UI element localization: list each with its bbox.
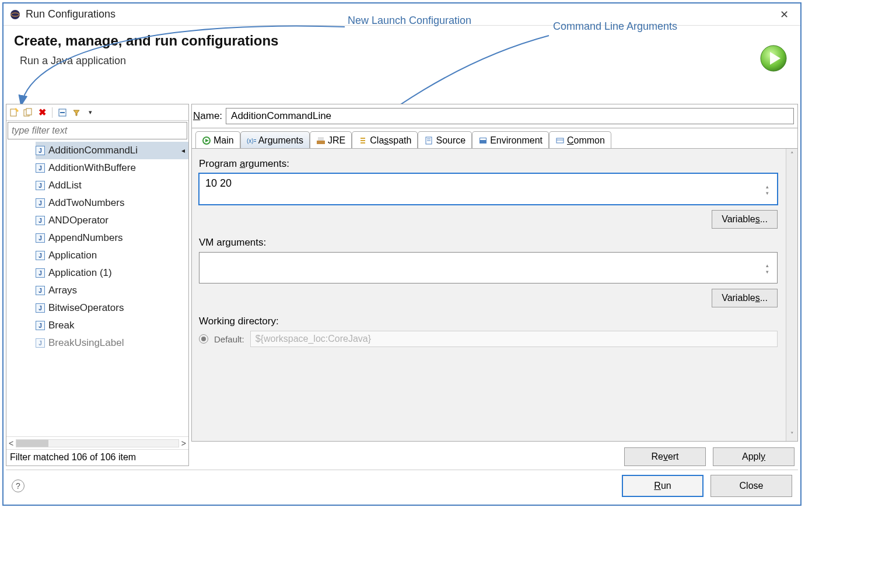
- java-config-icon: J: [36, 286, 45, 295]
- java-config-icon: J: [36, 338, 45, 348]
- apply-button[interactable]: Apply: [713, 447, 794, 466]
- spinner-down-icon[interactable]: ▾: [766, 270, 775, 275]
- spinner-up-icon[interactable]: ▴: [766, 263, 775, 268]
- window-title: Run Configurations: [26, 8, 774, 20]
- java-config-icon: J: [36, 303, 45, 313]
- svg-rect-19: [480, 138, 486, 140]
- tab-strip: Main (x)=Arguments JRE Classpath Source …: [192, 128, 797, 148]
- java-config-icon: J: [36, 233, 45, 243]
- tree-item-label: AdditionCommandLi: [48, 145, 138, 156]
- scrollbar-track[interactable]: [16, 439, 179, 447]
- source-tab-icon: [424, 136, 433, 145]
- vertical-scrollbar[interactable]: ˄ ˅: [786, 149, 797, 441]
- textarea-spinner[interactable]: ▴▾: [766, 263, 775, 275]
- vm-args-input[interactable]: [199, 252, 778, 284]
- default-working-dir-value: ${workspace_loc:CoreJava}: [250, 331, 778, 347]
- toolbar-menu-button[interactable]: ▾: [85, 107, 96, 118]
- default-radio[interactable]: [199, 334, 208, 344]
- tree-item[interactable]: JAddList: [36, 177, 188, 194]
- tab-arguments[interactable]: (x)=Arguments: [240, 131, 310, 149]
- scroll-up-icon[interactable]: ˄: [790, 149, 794, 161]
- textarea-spinner[interactable]: ▴▾: [766, 184, 775, 196]
- svg-point-0: [10, 10, 20, 19]
- svg-rect-5: [10, 109, 16, 116]
- svg-rect-20: [556, 138, 564, 143]
- filter-button[interactable]: [71, 107, 82, 118]
- tree-item-label: AddList: [48, 180, 82, 191]
- svg-rect-13: [317, 141, 325, 144]
- java-config-icon: J: [36, 181, 45, 190]
- tree-item[interactable]: JAdditionWithBuffere: [36, 159, 188, 177]
- revert-button[interactable]: Revert: [624, 447, 706, 466]
- filter-input[interactable]: [8, 122, 187, 139]
- svg-rect-14: [318, 137, 324, 141]
- tab-common[interactable]: Common: [549, 131, 611, 149]
- help-icon[interactable]: ?: [12, 480, 24, 492]
- tree-item[interactable]: JANDOperator: [36, 212, 188, 229]
- vm-variables-button[interactable]: Variables...: [712, 289, 778, 307]
- vm-args-label: VM arguments:: [199, 237, 778, 249]
- tab-main[interactable]: Main: [195, 131, 240, 149]
- jre-tab-icon: [316, 136, 326, 145]
- collapse-all-button[interactable]: [57, 107, 68, 118]
- working-dir-label: Working directory:: [199, 316, 778, 327]
- filter-status: Filter matched 106 of 106 item: [6, 449, 188, 466]
- tree-item-label: Arrays: [48, 285, 77, 296]
- tree-item-label: ANDOperator: [48, 215, 108, 226]
- arguments-tab-icon: (x)=: [247, 136, 256, 145]
- tree-item[interactable]: JBreakUsingLabel: [36, 334, 188, 352]
- tab-environment[interactable]: Environment: [472, 131, 549, 149]
- default-radio-label: Default:: [214, 334, 244, 344]
- java-config-icon: J: [36, 321, 45, 330]
- dialog-header: Create, manage, and run configurations R…: [4, 26, 800, 72]
- java-config-icon: J: [36, 198, 45, 208]
- header-subtitle: Run a Java application: [14, 55, 790, 67]
- new-launch-config-button[interactable]: [9, 107, 19, 118]
- title-bar[interactable]: Run Configurations ✕: [4, 4, 800, 26]
- main-tab-icon: [202, 136, 211, 145]
- scroll-right-icon[interactable]: >: [181, 439, 186, 448]
- scroll-left-icon[interactable]: <: [9, 439, 13, 448]
- tree-item[interactable]: JApplication: [36, 247, 188, 264]
- right-pane: Name: Main (x)=Arguments JRE Classpath S…: [191, 104, 798, 466]
- horizontal-scrollbar[interactable]: < >: [6, 436, 188, 449]
- java-config-icon: J: [36, 216, 45, 225]
- left-pane: ✖ ▾ JAdditionCommandLi◂ JAdditionWithBuf…: [6, 104, 189, 466]
- delete-button[interactable]: ✖: [37, 107, 47, 118]
- java-config-icon: J: [36, 268, 45, 278]
- scroll-down-icon[interactable]: ˅: [790, 429, 794, 441]
- close-button[interactable]: Close: [710, 475, 792, 497]
- spinner-down-icon[interactable]: ▾: [766, 191, 775, 196]
- left-toolbar: ✖ ▾: [6, 104, 188, 121]
- run-icon: [758, 43, 789, 74]
- header-title: Create, manage, and run configurations: [14, 33, 790, 49]
- java-config-icon: J: [36, 163, 45, 173]
- tree-item-label: BreakUsingLabel: [48, 337, 124, 349]
- java-config-icon: J: [36, 146, 45, 155]
- tree-item-label: Break: [48, 320, 74, 331]
- run-button[interactable]: Run: [622, 475, 704, 497]
- config-tree[interactable]: JAdditionCommandLi◂ JAdditionWithBuffere…: [6, 141, 188, 436]
- tree-item[interactable]: JApplication (1): [36, 264, 188, 282]
- eclipse-icon: [9, 9, 21, 20]
- close-icon[interactable]: ✕: [774, 6, 794, 23]
- tab-classpath[interactable]: Classpath: [352, 131, 418, 149]
- classpath-tab-icon: [358, 136, 368, 145]
- tree-item[interactable]: JAdditionCommandLi◂: [36, 142, 188, 159]
- scrollbar-thumb[interactable]: [16, 440, 48, 447]
- name-label: Name:: [193, 110, 222, 122]
- spinner-up-icon[interactable]: ▴: [766, 184, 775, 190]
- program-args-input[interactable]: 10 20: [199, 173, 778, 205]
- tree-item[interactable]: JAddTwoNumbers: [36, 194, 188, 212]
- name-input[interactable]: [226, 108, 794, 124]
- tree-item[interactable]: JBreak: [36, 317, 188, 334]
- tab-jre[interactable]: JRE: [310, 131, 352, 149]
- tree-item[interactable]: JBitwiseOperators: [36, 299, 188, 317]
- tab-source[interactable]: Source: [418, 131, 472, 149]
- program-variables-button[interactable]: Variables...: [712, 210, 778, 229]
- bottom-bar: ? Run Close: [6, 470, 798, 501]
- tree-item[interactable]: JAppendNumbers: [36, 229, 188, 247]
- tab-body-arguments: Program arguments: 10 20 ▴▾ Variables...…: [191, 148, 798, 442]
- tree-item[interactable]: JArrays: [36, 282, 188, 299]
- duplicate-button[interactable]: [23, 107, 33, 118]
